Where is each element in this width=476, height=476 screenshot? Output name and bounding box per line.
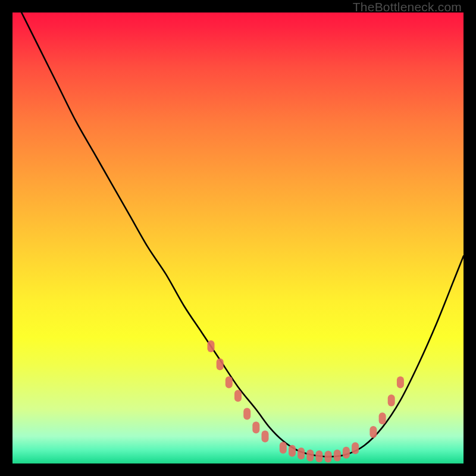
highlight-dot bbox=[315, 450, 322, 462]
highlight-dot bbox=[243, 408, 250, 420]
highlight-dot bbox=[388, 394, 395, 406]
highlight-dot bbox=[289, 445, 296, 457]
highlight-dot bbox=[352, 442, 359, 454]
highlight-dot bbox=[217, 358, 224, 370]
chart-frame: TheBottleneck.com bbox=[0, 0, 476, 476]
highlight-dot bbox=[226, 377, 233, 389]
highlight-dot bbox=[252, 421, 259, 433]
highlight-dot bbox=[334, 449, 341, 461]
chart-svg bbox=[12, 12, 464, 464]
highlight-dot bbox=[262, 431, 269, 443]
dots-layer bbox=[208, 340, 404, 463]
highlight-dot bbox=[343, 447, 350, 459]
highlight-dot bbox=[306, 449, 314, 461]
highlight-dot bbox=[234, 390, 242, 402]
highlight-dot bbox=[397, 377, 404, 389]
highlight-dot bbox=[280, 442, 287, 454]
highlight-dot bbox=[379, 412, 386, 424]
highlight-dot bbox=[208, 340, 215, 352]
bottleneck-curve bbox=[21, 12, 464, 457]
plot-area bbox=[12, 12, 464, 464]
highlight-dot bbox=[298, 447, 305, 459]
curve-layer bbox=[21, 12, 464, 457]
highlight-dot bbox=[369, 426, 377, 438]
highlight-dot bbox=[325, 451, 332, 463]
